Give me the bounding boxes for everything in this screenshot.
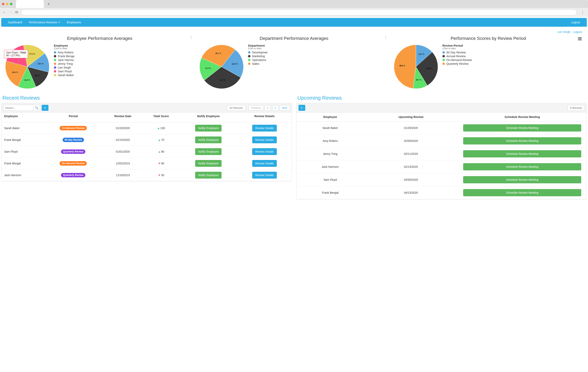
legend-swatch	[248, 51, 251, 54]
col-total-score[interactable]: Total Score	[143, 113, 179, 122]
refresh-button[interactable]: ↻	[298, 105, 305, 111]
notify-employee-button[interactable]: Notify Employee	[195, 160, 221, 167]
col-schedule[interactable]: Schedule Review Meeting	[458, 113, 587, 122]
refresh-icon: ↻	[44, 106, 46, 109]
svg-text:17.3 %: 17.3 %	[29, 53, 35, 55]
nav-employees[interactable]: Employees	[67, 21, 81, 24]
chart-employee-performance: Employee Performance Averages ⋮ Sam Floy…	[4, 36, 195, 90]
review-details-button[interactable]: Review Details	[252, 160, 277, 167]
schedule-review-button[interactable]: Schedule Review Meeting	[463, 137, 581, 145]
col-review-date[interactable]: Review Date	[103, 113, 143, 122]
legend-item[interactable]: Sarah Baker	[54, 73, 74, 77]
schedule-review-button[interactable]: Schedule Review Meeting	[463, 163, 581, 170]
search-input[interactable]	[3, 105, 33, 111]
review-details-button[interactable]: Review Details	[252, 172, 277, 178]
nav-dashboard[interactable]: Dashboard	[8, 21, 22, 24]
chart-menu-icon[interactable]: ⋮	[384, 37, 388, 38]
records-count: 6 Records	[568, 105, 585, 111]
legend-item[interactable]: Amy Robins	[54, 51, 74, 54]
panel-title: Upcoming Reviews	[297, 95, 587, 101]
pie-chart[interactable]: 22.4 %31.3 %17.3 %29.1 %	[199, 44, 244, 90]
col-upcoming-review[interactable]: Upcoming Review	[364, 113, 458, 122]
legend-swatch	[248, 59, 251, 61]
period-badge: On-demand Review	[60, 161, 87, 165]
schedule-review-button[interactable]: Schedule Review Meeting	[463, 150, 581, 157]
schedule-review-button[interactable]: Schedule Review Meeting	[463, 124, 581, 132]
legend-swatch	[54, 51, 56, 54]
chart-menu-icon[interactable]: ⋮	[189, 37, 193, 38]
cell-period: On-demand Review	[43, 158, 103, 169]
user-link[interactable]: Lee Singh	[557, 30, 570, 33]
svg-text:28.0 %: 28.0 %	[426, 67, 432, 70]
legend-item[interactable]: Lee Singh	[54, 66, 74, 69]
table-row: Amy Robins 02/09/2020 Schedule Review Me…	[296, 134, 587, 147]
pager-prev[interactable]: Previous	[249, 105, 263, 111]
legend-item[interactable]: Annual Review	[442, 55, 472, 58]
review-details-button[interactable]: Review Details	[252, 136, 277, 143]
cell-date: 03/30/2020	[364, 173, 458, 186]
col-period[interactable]: Period	[43, 113, 103, 122]
svg-text:10.7 %: 10.7 %	[416, 79, 422, 81]
legend-item[interactable]: Frank Benga	[54, 55, 74, 58]
legend-title: Department	[248, 44, 268, 47]
review-details-button[interactable]: Review Details	[252, 148, 277, 155]
legend-swatch	[54, 74, 56, 76]
col-details[interactable]: Review Details	[237, 113, 292, 122]
legend-item[interactable]: Sales	[248, 62, 268, 65]
legend-item[interactable]: Quarterly Review	[442, 62, 472, 65]
legend-item[interactable]: 90 Day Review	[442, 51, 472, 54]
refresh-button[interactable]: ↻	[42, 105, 48, 111]
col-employee[interactable]: Employee	[1, 113, 43, 122]
new-tab-button[interactable]: +	[47, 2, 50, 6]
legend-item[interactable]: Operations	[248, 58, 268, 62]
browser-tab[interactable]	[16, 0, 44, 8]
notify-employee-button[interactable]: Notify Employee	[195, 172, 221, 178]
legend-item[interactable]: Jenny Tring	[54, 62, 74, 65]
nav-logout[interactable]: Logout	[571, 21, 580, 24]
legend-item[interactable]: On-demand Review	[442, 58, 472, 62]
legend-label: Operations	[252, 58, 266, 62]
review-details-button[interactable]: Review Details	[252, 125, 277, 132]
cell-date: 11/16/2019	[103, 169, 143, 181]
col-employee[interactable]: Employee	[296, 113, 364, 122]
pager-page-2[interactable]: 2	[272, 105, 278, 111]
pager-next[interactable]: Next	[280, 105, 290, 111]
legend-item[interactable]: Jack Harriso	[54, 58, 74, 62]
chart-menu-icon[interactable]	[578, 37, 582, 41]
table-row: Jack Harrison Quarterly Review 11/16/201…	[1, 169, 292, 181]
search-button[interactable]: 🔍	[33, 105, 40, 111]
reload-button[interactable]: ⟳	[15, 10, 18, 15]
notify-employee-button[interactable]: Notify Employee	[195, 148, 221, 155]
upcoming-toolbar: ↻ 6 Records	[296, 103, 587, 113]
browser-toolbar: ← → ⟳ ⋮	[0, 8, 588, 17]
notify-employee-button[interactable]: Notify Employee	[195, 125, 221, 132]
schedule-review-button[interactable]: Schedule Review Meeting	[463, 189, 581, 196]
window-maximize[interactable]	[10, 3, 12, 5]
notify-employee-button[interactable]: Notify Employee	[195, 136, 221, 143]
logout-link[interactable]: Logout	[573, 30, 582, 33]
legend-item[interactable]: Developmer	[248, 51, 268, 54]
trend-down-icon: ▼	[158, 162, 161, 165]
forward-button[interactable]: →	[9, 10, 12, 14]
period-badge: On-demand Review	[60, 126, 87, 130]
cell-employee: Frank Bengal	[296, 186, 364, 199]
pie-chart[interactable]: 13.3 %28.0 %10.7 %48.0 %	[393, 44, 439, 90]
legend-item[interactable]: Sam Floyd	[54, 70, 74, 73]
pie-chart[interactable]: Sam Floyd – Total 80 – (17.9%) ☝️ 14.5 %…	[4, 44, 50, 90]
nav-performance-reviews[interactable]: Performance Reviews	[29, 21, 60, 24]
legend-item[interactable]: Marketing	[248, 55, 268, 58]
chart-legend: Employee (Click to hide) Amy Robins Fran…	[54, 44, 74, 77]
chart-legend: Department (Click to hide) Developmer Ma…	[248, 44, 268, 66]
schedule-review-button[interactable]: Schedule Review Meeting	[463, 176, 581, 183]
trend-up-icon: ▲	[158, 138, 161, 142]
legend-label: Amy Robins	[58, 51, 73, 54]
pager-page-1[interactable]: 1	[265, 105, 271, 111]
window-minimize[interactable]	[6, 3, 8, 5]
back-button[interactable]: ←	[2, 10, 6, 14]
col-notify[interactable]: Notify Employee	[179, 113, 237, 122]
legend-swatch	[54, 70, 56, 72]
chrome-menu-icon[interactable]: ⋮	[580, 10, 586, 15]
svg-text:29.1 %: 29.1 %	[215, 52, 221, 54]
window-close[interactable]	[2, 3, 4, 5]
address-bar[interactable]	[21, 9, 577, 15]
